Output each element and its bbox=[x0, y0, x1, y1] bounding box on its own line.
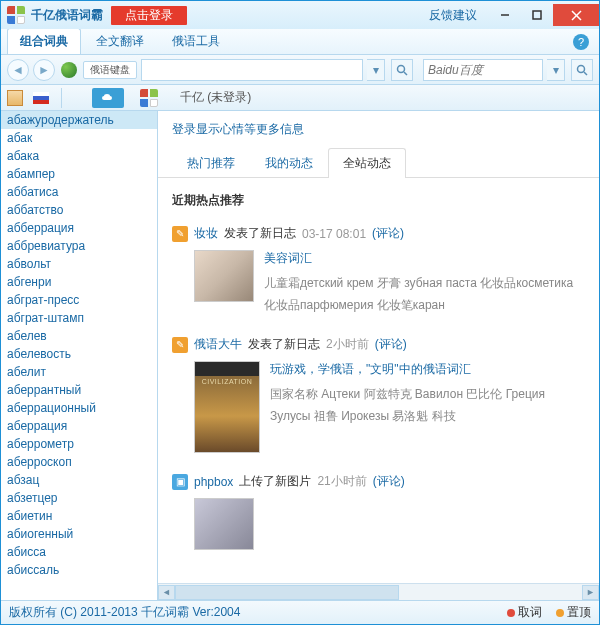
feed[interactable]: 近期热点推荐 ✎ 妆妆 发表了新日志 03-17 08:01 (评论) 美容词汇… bbox=[158, 178, 599, 583]
word-sidebar[interactable]: абажуродержательабакабакаабампераббатиса… bbox=[1, 111, 158, 600]
zhiding-toggle[interactable]: 置顶 bbox=[556, 604, 591, 621]
yellow-dot-icon bbox=[556, 609, 564, 617]
content-pane: 登录显示心情等更多信息 热门推荐 我的动态 全站动态 近期热点推荐 ✎ 妆妆 发… bbox=[158, 111, 599, 600]
post-timestamp: 03-17 08:01 bbox=[302, 227, 366, 241]
login-hint-link[interactable]: 登录显示心情等更多信息 bbox=[158, 111, 599, 148]
titlebar: 千亿俄语词霸 点击登录 反馈建议 bbox=[1, 1, 599, 29]
word-item[interactable]: абелев bbox=[1, 327, 157, 345]
close-button[interactable] bbox=[553, 4, 599, 26]
post-desc: 儿童霜детский крем 牙膏 зубная паста 化妆品косме… bbox=[264, 273, 585, 316]
scroll-track[interactable] bbox=[175, 585, 582, 600]
post-thumbnail[interactable] bbox=[194, 498, 254, 550]
svg-rect-1 bbox=[533, 11, 541, 19]
maximize-button[interactable] bbox=[521, 4, 553, 26]
baidu-dropdown[interactable]: ▾ bbox=[547, 59, 565, 81]
word-item[interactable]: аберрантный bbox=[1, 381, 157, 399]
tab-all[interactable]: 全站动态 bbox=[328, 148, 406, 178]
user-link[interactable]: 妆妆 bbox=[194, 225, 218, 242]
login-button[interactable]: 点击登录 bbox=[111, 6, 187, 25]
globe-icon[interactable] bbox=[61, 62, 77, 78]
quci-toggle[interactable]: 取词 bbox=[507, 604, 542, 621]
tab-translate[interactable]: 全文翻译 bbox=[83, 28, 157, 54]
copyright-text: 版权所有 (C) 2011-2013 千亿词霸 Ver:2004 bbox=[9, 604, 240, 621]
comment-link[interactable]: (评论) bbox=[372, 225, 404, 242]
feed-post: ✎ 妆妆 发表了新日志 03-17 08:01 (评论) 美容词汇 儿童霜дет… bbox=[172, 225, 585, 316]
body: абажуродержательабакабакаабампераббатиса… bbox=[1, 111, 599, 600]
word-item[interactable]: абелевость bbox=[1, 345, 157, 363]
word-item[interactable]: абак bbox=[1, 129, 157, 147]
scroll-right-button[interactable]: ► bbox=[582, 585, 599, 600]
horizontal-scrollbar[interactable]: ◄ ► bbox=[158, 583, 599, 600]
word-item[interactable]: абиетин bbox=[1, 507, 157, 525]
word-item[interactable]: абелит bbox=[1, 363, 157, 381]
content-tabs: 热门推荐 我的动态 全站动态 bbox=[158, 148, 599, 178]
user-link[interactable]: 俄语大牛 bbox=[194, 336, 242, 353]
scroll-left-button[interactable]: ◄ bbox=[158, 585, 175, 600]
word-item[interactable]: аббревиатура bbox=[1, 237, 157, 255]
word-item[interactable]: абампер bbox=[1, 165, 157, 183]
section-title: 近期热点推荐 bbox=[172, 192, 585, 209]
word-item[interactable]: аберрационный bbox=[1, 399, 157, 417]
action-text: 发表了新日志 bbox=[224, 225, 296, 242]
svg-line-7 bbox=[584, 72, 587, 75]
comment-link[interactable]: (评论) bbox=[375, 336, 407, 353]
cloud-icon[interactable] bbox=[92, 88, 124, 108]
search-input[interactable] bbox=[141, 59, 363, 81]
russia-flag-icon[interactable] bbox=[33, 92, 49, 104]
word-item[interactable]: аберроскоп bbox=[1, 453, 157, 471]
search-dropdown[interactable]: ▾ bbox=[367, 59, 385, 81]
word-item[interactable]: абграт-пресс bbox=[1, 291, 157, 309]
iconbar: 千亿 (未登录) bbox=[1, 85, 599, 111]
feed-post: ✎ 俄语大牛 发表了新日志 2小时前 (评论) 玩游戏，学俄语，"文明"中的俄语… bbox=[172, 336, 585, 453]
baidu-search-input[interactable] bbox=[423, 59, 543, 81]
app-window: 千亿俄语词霸 点击登录 反馈建议 组合词典 全文翻译 俄语工具 ? ◄ ► 俄语… bbox=[0, 0, 600, 625]
nav-back-button[interactable]: ◄ bbox=[7, 59, 29, 81]
help-icon[interactable]: ? bbox=[573, 34, 589, 50]
minimize-button[interactable] bbox=[489, 4, 521, 26]
word-item[interactable]: абграт-штамп bbox=[1, 309, 157, 327]
tab-tools[interactable]: 俄语工具 bbox=[159, 28, 233, 54]
menubar: 组合词典 全文翻译 俄语工具 ? bbox=[1, 29, 599, 55]
svg-point-4 bbox=[398, 65, 405, 72]
user-link[interactable]: phpbox bbox=[194, 475, 233, 489]
post-timestamp: 2小时前 bbox=[326, 336, 369, 353]
feed-post: ▣ phpbox 上传了新图片 21小时前 (评论) bbox=[172, 473, 585, 550]
qianyi-status-label: 千亿 (未登录) bbox=[180, 89, 251, 106]
word-item[interactable]: абберрация bbox=[1, 219, 157, 237]
keyboard-chip[interactable]: 俄语键盘 bbox=[83, 61, 137, 79]
journal-badge-icon: ✎ bbox=[172, 226, 188, 242]
baidu-go-button[interactable] bbox=[571, 59, 593, 81]
tab-dictionary[interactable]: 组合词典 bbox=[7, 28, 81, 54]
tab-mine[interactable]: 我的动态 bbox=[250, 148, 328, 178]
word-item[interactable]: абзетцер bbox=[1, 489, 157, 507]
scroll-thumb[interactable] bbox=[175, 585, 399, 600]
post-thumbnail[interactable] bbox=[194, 250, 254, 302]
book-icon[interactable] bbox=[7, 90, 23, 106]
word-item[interactable]: абака bbox=[1, 147, 157, 165]
nav-fwd-button[interactable]: ► bbox=[33, 59, 55, 81]
feedback-link[interactable]: 反馈建议 bbox=[429, 7, 477, 24]
toolbar: ◄ ► 俄语键盘 ▾ ▾ bbox=[1, 55, 599, 85]
word-item[interactable]: аберрометр bbox=[1, 435, 157, 453]
qianyi-logo-icon bbox=[140, 89, 158, 107]
post-title-link[interactable]: 美容词汇 bbox=[264, 250, 585, 267]
action-text: 上传了新图片 bbox=[239, 473, 311, 490]
word-item[interactable]: аберрация bbox=[1, 417, 157, 435]
word-item[interactable]: абиогенный bbox=[1, 525, 157, 543]
post-thumbnail[interactable] bbox=[194, 361, 260, 453]
word-item[interactable]: абгенри bbox=[1, 273, 157, 291]
word-item[interactable]: абажуродержатель bbox=[1, 111, 157, 129]
word-item[interactable]: абзац bbox=[1, 471, 157, 489]
word-item[interactable]: аббатство bbox=[1, 201, 157, 219]
word-item[interactable]: абвольт bbox=[1, 255, 157, 273]
word-item[interactable]: абисса bbox=[1, 543, 157, 561]
image-badge-icon: ▣ bbox=[172, 474, 188, 490]
post-title-link[interactable]: 玩游戏，学俄语，"文明"中的俄语词汇 bbox=[270, 361, 585, 378]
word-item[interactable]: абиссаль bbox=[1, 561, 157, 579]
tab-hot[interactable]: 热门推荐 bbox=[172, 148, 250, 178]
post-timestamp: 21小时前 bbox=[317, 473, 366, 490]
svg-line-5 bbox=[404, 72, 407, 75]
word-item[interactable]: аббатиса bbox=[1, 183, 157, 201]
search-go-button[interactable] bbox=[391, 59, 413, 81]
comment-link[interactable]: (评论) bbox=[373, 473, 405, 490]
